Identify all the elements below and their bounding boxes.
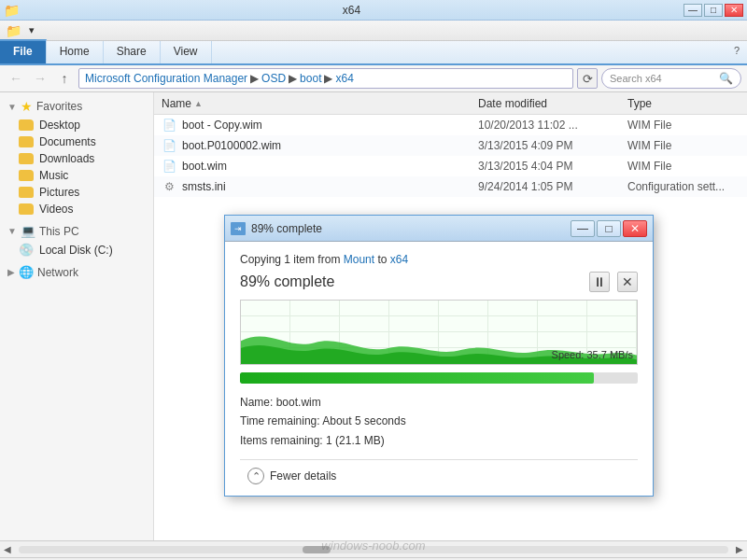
sidebar-item-label-documents: Documents — [39, 135, 96, 148]
file-icon-0: 📄 — [162, 118, 176, 133]
fewer-details-button[interactable]: ⌃ Fewer details — [240, 459, 638, 488]
file-date-0: 10/20/2013 11:02 ... — [478, 119, 627, 132]
path-crumb-boot[interactable]: boot — [300, 72, 321, 85]
table-row[interactable]: 📄 boot.P0100002.wim 3/13/2015 4:09 PM WI… — [154, 135, 747, 156]
file-type-3: Configuration sett... — [627, 180, 740, 193]
subtitle-to: x64 — [390, 253, 408, 266]
sidebar-item-pictures[interactable]: Pictures — [0, 184, 153, 201]
dialog-minimize-button[interactable]: — — [571, 220, 595, 237]
file-date-3: 9/24/2014 1:05 PM — [478, 180, 627, 193]
grid-cell — [290, 301, 340, 316]
tab-file[interactable]: File — [0, 39, 47, 63]
detail-time: Time remaining: About 5 seconds — [240, 412, 638, 430]
table-row[interactable]: 📄 boot.wim 3/13/2015 4:04 PM WIM File — [154, 156, 747, 176]
path-crumb-mcm[interactable]: Microsoft Configuration Manager — [85, 72, 247, 85]
network-arrow: ▶ — [7, 267, 15, 277]
file-date-2: 3/13/2015 4:04 PM — [478, 160, 627, 173]
file-name-3: smsts.ini — [182, 180, 478, 193]
scroll-thumb[interactable] — [303, 546, 331, 553]
this-pc-icon: 💻 — [21, 224, 35, 238]
subtitle-to-prefix: to — [377, 253, 389, 266]
file-date-1: 3/13/2015 4:09 PM — [478, 139, 627, 152]
progress-bar-fill — [240, 372, 594, 384]
file-name-0: boot - Copy.wim — [182, 119, 478, 132]
music-folder-icon — [19, 170, 34, 181]
sidebar: ▼ ★ Favorites Desktop Documents Download… — [0, 92, 154, 540]
scroll-track — [19, 546, 728, 553]
path-crumb-x64[interactable]: x64 — [335, 72, 353, 85]
desktop-folder-icon — [19, 119, 34, 131]
dialog-subtitle: Copying 1 item from Mount to x64 — [240, 253, 638, 266]
scroll-left-button[interactable]: ◀ — [4, 544, 11, 554]
table-row[interactable]: 📄 boot - Copy.wim 10/20/2013 11:02 ... W… — [154, 115, 747, 135]
sidebar-item-label-pictures: Pictures — [39, 186, 79, 199]
sidebar-item-music[interactable]: Music — [0, 167, 153, 184]
dialog-close-button[interactable]: ✕ — [623, 220, 647, 237]
grid-cell — [340, 301, 389, 316]
favorites-section[interactable]: ▼ ★ Favorites — [0, 96, 153, 117]
progress-header: 89% complete ⏸ ✕ — [240, 272, 638, 292]
network-section[interactable]: ▶ 🌐 Network — [0, 262, 153, 282]
search-box[interactable]: Search x64 🔍 — [601, 68, 741, 89]
detail-time-value: About 5 seconds — [322, 414, 405, 427]
col-header-name[interactable]: Name ▲ — [162, 97, 478, 110]
back-button[interactable]: ← — [6, 68, 26, 89]
tab-view[interactable]: View — [161, 41, 212, 63]
column-headers: Name ▲ Date modified Type — [154, 92, 747, 115]
pause-button[interactable]: ⏸ — [589, 272, 610, 292]
quick-access-down-arrow[interactable]: ▾ — [25, 23, 38, 37]
favorites-icon: ★ — [21, 99, 33, 114]
progress-controls: ⏸ ✕ — [589, 272, 638, 292]
table-row[interactable]: ⚙ smsts.ini 9/24/2014 1:05 PM Configurat… — [154, 176, 747, 197]
scroll-right-button[interactable]: ▶ — [736, 544, 743, 554]
progress-bar — [240, 372, 638, 384]
close-button[interactable]: ✕ — [725, 4, 743, 17]
this-pc-section[interactable]: ▼ 💻 This PC — [0, 221, 153, 241]
tab-home[interactable]: Home — [47, 41, 104, 63]
downloads-folder-icon — [19, 153, 34, 164]
speed-chart: Speed: 35.7 MB/s — [240, 300, 638, 365]
col-header-date[interactable]: Date modified — [478, 97, 627, 110]
address-path[interactable]: Microsoft Configuration Manager ▶ OSD ▶ … — [78, 68, 573, 89]
grid-cell — [389, 301, 439, 316]
subtitle-from: Mount — [344, 253, 374, 266]
file-icon-3: ⚙ — [162, 179, 176, 194]
title-bar: 📁 x64 — □ ✕ — [0, 0, 747, 21]
file-name-2: boot.wim — [182, 160, 478, 173]
maximize-button[interactable]: □ — [704, 4, 723, 17]
cancel-copy-button[interactable]: ✕ — [617, 272, 638, 292]
copy-dialog: ⇥ 89% complete — □ ✕ Copying 1 item from… — [224, 215, 654, 497]
subtitle-text: Copying 1 item from — [240, 253, 340, 266]
local-disk-icon: 💿 — [19, 243, 34, 257]
pictures-folder-icon — [19, 187, 34, 198]
grid-cell — [439, 301, 488, 316]
sidebar-item-desktop[interactable]: Desktop — [0, 117, 153, 133]
sidebar-item-downloads[interactable]: Downloads — [0, 150, 153, 167]
file-icon-1: 📄 — [162, 138, 176, 153]
refresh-button[interactable]: ⟳ — [577, 68, 598, 89]
favorites-label: Favorites — [36, 100, 82, 113]
dialog-maximize-button[interactable]: □ — [597, 220, 621, 237]
grid-cell — [587, 301, 637, 316]
horizontal-scrollbar[interactable]: ◀ ▶ — [0, 540, 747, 557]
address-bar: ← → ↑ Microsoft Configuration Manager ▶ … — [0, 65, 747, 92]
sidebar-item-documents[interactable]: Documents — [0, 133, 153, 150]
col-header-type[interactable]: Type — [627, 97, 740, 110]
path-arrow-3: ▶ — [324, 72, 332, 85]
dialog-details: Name: boot.wim Time remaining: About 5 s… — [240, 393, 638, 450]
network-icon: 🌐 — [19, 265, 34, 279]
sidebar-item-label-music: Music — [39, 169, 68, 182]
forward-button[interactable]: → — [30, 68, 50, 89]
ribbon-help[interactable]: ? — [726, 41, 747, 63]
tab-share[interactable]: Share — [104, 41, 161, 63]
chart-speed-label: Speed: 35.7 MB/s — [552, 349, 633, 360]
sidebar-item-videos[interactable]: Videos — [0, 201, 153, 217]
videos-folder-icon — [19, 203, 34, 215]
path-arrow-2: ▶ — [289, 72, 297, 85]
dialog-title-bar: ⇥ 89% complete — □ ✕ — [225, 216, 653, 242]
sidebar-item-local-disk[interactable]: 💿 Local Disk (C:) — [0, 241, 153, 259]
up-button[interactable]: ↑ — [54, 68, 75, 89]
path-crumb-osd[interactable]: OSD — [261, 72, 286, 85]
minimize-button[interactable]: — — [684, 4, 702, 17]
dialog-body: Copying 1 item from Mount to x64 89% com… — [225, 242, 653, 496]
